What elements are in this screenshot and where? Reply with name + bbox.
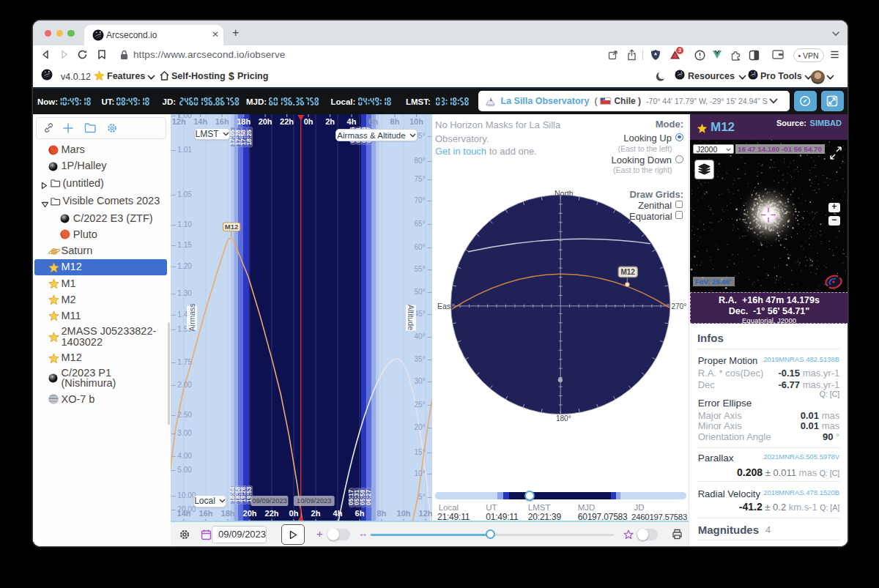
svg-text:5° –: 5° – bbox=[418, 493, 431, 501]
svg-text:18h: 18h bbox=[221, 509, 235, 518]
svg-text:30° –: 30° – bbox=[415, 377, 432, 385]
svg-text:25° –: 25° – bbox=[415, 401, 432, 409]
svg-text:60° –: 60° – bbox=[415, 243, 432, 251]
svg-text:– 1.00: – 1.00 bbox=[171, 114, 192, 119]
svg-text:0h: 0h bbox=[304, 117, 314, 126]
svg-text:15° –: 15° – bbox=[415, 448, 432, 456]
svg-text:– 1.05: – 1.05 bbox=[171, 190, 192, 198]
svg-text:– 2.00: – 2.00 bbox=[171, 381, 192, 389]
svg-text:20h: 20h bbox=[243, 509, 257, 518]
svg-text:45° –: 45° – bbox=[415, 310, 432, 318]
svg-text:20° –: 20° – bbox=[415, 423, 432, 431]
svg-text:6h: 6h bbox=[355, 509, 365, 518]
svg-text:4h: 4h bbox=[347, 117, 357, 126]
svg-text:10° –: 10° – bbox=[415, 469, 432, 477]
svg-text:– 4.00: – 4.00 bbox=[171, 452, 192, 460]
svg-text:2h: 2h bbox=[311, 509, 321, 518]
svg-text:M12: M12 bbox=[620, 268, 635, 276]
svg-text:– 20.00: – 20.00 bbox=[171, 505, 196, 513]
svg-text:0h: 0h bbox=[289, 509, 299, 518]
svg-text:4h: 4h bbox=[333, 509, 343, 518]
svg-text:10h: 10h bbox=[409, 117, 423, 126]
svg-text:M12: M12 bbox=[225, 223, 238, 231]
svg-text:– 1.20: – 1.20 bbox=[171, 262, 192, 270]
svg-text:10/09/2023: 10/09/2023 bbox=[297, 496, 332, 505]
svg-text:8h: 8h bbox=[377, 509, 387, 518]
svg-text:10h: 10h bbox=[397, 509, 411, 518]
svg-text:16h: 16h bbox=[215, 117, 229, 126]
svg-text:22h: 22h bbox=[265, 509, 279, 518]
svg-text:8h: 8h bbox=[390, 117, 400, 126]
svg-text:14h: 14h bbox=[193, 117, 207, 126]
svg-text:18:25: 18:25 bbox=[245, 130, 253, 146]
svg-text:– 1.01: – 1.01 bbox=[171, 146, 192, 154]
svg-text:– 3.00: – 3.00 bbox=[171, 429, 192, 437]
svg-text:Airmass: Airmass bbox=[188, 304, 196, 332]
svg-text:75° –: 75° – bbox=[415, 175, 432, 183]
svg-text:09/09/2023: 09/09/2023 bbox=[252, 496, 287, 505]
svg-text:50° –: 50° – bbox=[415, 288, 432, 296]
svg-text:18h: 18h bbox=[237, 117, 251, 126]
svg-text:06:27: 06:27 bbox=[365, 489, 372, 505]
svg-text:– 2.50: – 2.50 bbox=[171, 411, 192, 419]
svg-text:12h: 12h bbox=[419, 509, 432, 518]
svg-text:55° –: 55° – bbox=[415, 265, 432, 273]
svg-text:– 1.10: – 1.10 bbox=[171, 220, 192, 228]
svg-text:65° –: 65° – bbox=[415, 220, 432, 228]
svg-text:2h: 2h bbox=[325, 117, 335, 126]
svg-text:16h: 16h bbox=[199, 509, 213, 518]
svg-text:Altitude: Altitude bbox=[407, 305, 415, 330]
svg-text:70° –: 70° – bbox=[415, 196, 432, 204]
svg-text:80° –: 80° – bbox=[415, 157, 432, 165]
svg-text:6h: 6h bbox=[368, 117, 378, 126]
svg-text:– 5.00: – 5.00 bbox=[171, 466, 192, 474]
svg-text:35° –: 35° – bbox=[415, 355, 432, 363]
svg-text:40° –: 40° – bbox=[415, 332, 432, 340]
svg-text:– 1.75: – 1.75 bbox=[171, 358, 192, 366]
svg-text:– 1.30: – 1.30 bbox=[171, 289, 192, 297]
svg-text:– 10.00: – 10.00 bbox=[171, 491, 196, 499]
svg-text:22h: 22h bbox=[280, 117, 294, 126]
svg-text:– 1.15: – 1.15 bbox=[171, 241, 192, 249]
svg-text:20h: 20h bbox=[259, 117, 272, 126]
